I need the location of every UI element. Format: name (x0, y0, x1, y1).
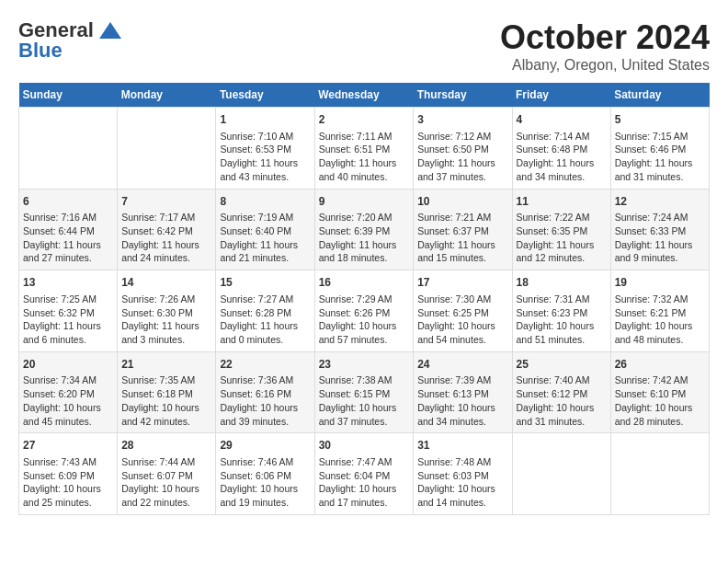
calendar-table: SundayMondayTuesdayWednesdayThursdayFrid… (18, 83, 710, 515)
day-info: Sunrise: 7:20 AM (319, 211, 410, 224)
calendar-cell: 4Sunrise: 7:14 AMSunset: 6:48 PMDaylight… (512, 108, 610, 190)
day-number: 31 (417, 438, 507, 454)
day-info: Daylight: 11 hours and 34 minutes. (517, 156, 607, 183)
day-info: Sunrise: 7:24 AM (615, 211, 705, 224)
day-info: Daylight: 10 hours and 39 minutes. (220, 401, 310, 428)
calendar-cell: 3Sunrise: 7:12 AMSunset: 6:50 PMDaylight… (414, 108, 512, 190)
day-info: Sunrise: 7:25 AM (23, 293, 113, 306)
day-info: Daylight: 11 hours and 27 minutes. (23, 238, 113, 265)
day-header-tuesday: Tuesday (216, 83, 314, 108)
day-header-sunday: Sunday (19, 83, 118, 108)
day-info: Sunrise: 7:39 AM (417, 373, 507, 387)
svg-marker-0 (99, 22, 121, 39)
calendar-cell: 25Sunrise: 7:40 AMSunset: 6:12 PMDayligh… (512, 351, 610, 433)
day-header-saturday: Saturday (610, 83, 709, 108)
day-info: Sunrise: 7:40 AM (517, 373, 607, 387)
day-info: Daylight: 10 hours and 45 minutes. (23, 401, 113, 428)
day-info: Sunrise: 7:26 AM (121, 293, 211, 306)
calendar-cell: 23Sunrise: 7:38 AMSunset: 6:15 PMDayligh… (314, 351, 414, 433)
day-info: Sunset: 6:48 PM (517, 143, 607, 156)
day-info: Daylight: 10 hours and 42 minutes. (121, 401, 211, 428)
day-number: 7 (121, 194, 211, 210)
day-info: Daylight: 11 hours and 3 minutes. (121, 319, 211, 346)
day-info: Sunset: 6:20 PM (23, 387, 113, 401)
day-info: Sunset: 6:03 PM (417, 469, 507, 483)
day-info: Sunrise: 7:17 AM (121, 211, 211, 224)
day-info: Sunset: 6:39 PM (319, 224, 410, 238)
day-info: Sunrise: 7:30 AM (417, 293, 507, 306)
day-info: Sunset: 6:07 PM (121, 469, 211, 483)
calendar-cell (512, 433, 610, 515)
day-info: Sunset: 6:10 PM (615, 387, 705, 401)
day-number: 16 (319, 275, 410, 291)
calendar-cell: 7Sunrise: 7:17 AMSunset: 6:42 PMDaylight… (118, 189, 216, 270)
day-info: Daylight: 11 hours and 43 minutes. (220, 156, 310, 183)
week-row-3: 13Sunrise: 7:25 AMSunset: 6:32 PMDayligh… (19, 270, 710, 352)
day-info: Sunrise: 7:44 AM (121, 455, 211, 469)
day-info: Daylight: 10 hours and 31 minutes. (517, 401, 607, 428)
day-info: Sunset: 6:44 PM (23, 224, 113, 238)
day-info: Sunrise: 7:32 AM (615, 293, 705, 306)
day-info: Sunset: 6:16 PM (220, 387, 310, 401)
day-info: Daylight: 10 hours and 48 minutes. (615, 319, 705, 346)
calendar-cell (19, 108, 118, 190)
day-info: Daylight: 11 hours and 6 minutes. (23, 319, 113, 346)
day-info: Sunrise: 7:22 AM (517, 211, 607, 224)
day-info: Daylight: 11 hours and 0 minutes. (220, 319, 310, 346)
day-number: 3 (417, 112, 507, 128)
day-info: Daylight: 10 hours and 22 minutes. (121, 482, 211, 509)
day-info: Sunrise: 7:43 AM (23, 455, 113, 469)
day-info: Daylight: 10 hours and 34 minutes. (417, 401, 507, 428)
day-info: Sunrise: 7:27 AM (220, 293, 310, 306)
calendar-cell: 26Sunrise: 7:42 AMSunset: 6:10 PMDayligh… (610, 351, 709, 433)
day-info: Sunset: 6:26 PM (319, 306, 410, 320)
day-info: Sunset: 6:06 PM (220, 469, 310, 483)
calendar-cell: 31Sunrise: 7:48 AMSunset: 6:03 PMDayligh… (414, 433, 512, 515)
day-number: 4 (517, 112, 607, 128)
calendar-cell: 11Sunrise: 7:22 AMSunset: 6:35 PMDayligh… (512, 189, 610, 270)
calendar-cell (610, 433, 709, 515)
day-info: Sunrise: 7:38 AM (319, 373, 410, 387)
day-info: Daylight: 10 hours and 54 minutes. (417, 319, 507, 346)
day-number: 8 (220, 194, 310, 210)
calendar-cell: 18Sunrise: 7:31 AMSunset: 6:23 PMDayligh… (512, 270, 610, 352)
day-info: Sunset: 6:25 PM (417, 306, 507, 320)
calendar-cell: 1Sunrise: 7:10 AMSunset: 6:53 PMDaylight… (216, 108, 314, 190)
calendar-cell: 14Sunrise: 7:26 AMSunset: 6:30 PMDayligh… (118, 270, 216, 352)
day-number: 2 (319, 112, 410, 128)
calendar-cell: 6Sunrise: 7:16 AMSunset: 6:44 PMDaylight… (19, 189, 118, 270)
day-number: 29 (220, 438, 310, 454)
week-row-2: 6Sunrise: 7:16 AMSunset: 6:44 PMDaylight… (19, 189, 710, 270)
day-number: 6 (23, 194, 113, 210)
day-info: Sunset: 6:13 PM (417, 387, 507, 401)
day-number: 10 (417, 194, 507, 210)
day-info: Daylight: 10 hours and 25 minutes. (23, 482, 113, 509)
calendar-cell: 29Sunrise: 7:46 AMSunset: 6:06 PMDayligh… (216, 433, 314, 515)
calendar-cell: 13Sunrise: 7:25 AMSunset: 6:32 PMDayligh… (19, 270, 118, 352)
logo-blue-text: Blue (18, 39, 63, 63)
week-row-5: 27Sunrise: 7:43 AMSunset: 6:09 PMDayligh… (19, 433, 710, 515)
day-info: Daylight: 10 hours and 51 minutes. (517, 319, 607, 346)
day-number: 23 (319, 357, 410, 373)
calendar-cell: 5Sunrise: 7:15 AMSunset: 6:46 PMDaylight… (610, 108, 709, 190)
day-number: 22 (220, 357, 310, 373)
day-info: Sunrise: 7:36 AM (220, 373, 310, 387)
day-info: Sunset: 6:23 PM (517, 306, 607, 320)
day-info: Daylight: 11 hours and 12 minutes. (517, 238, 607, 265)
day-info: Sunrise: 7:34 AM (23, 373, 113, 387)
day-number: 17 (417, 275, 507, 291)
day-info: Daylight: 11 hours and 40 minutes. (319, 156, 410, 183)
day-info: Sunset: 6:33 PM (615, 224, 705, 238)
calendar-title: October 2024 (500, 18, 710, 57)
calendar-cell: 30Sunrise: 7:47 AMSunset: 6:04 PMDayligh… (314, 433, 414, 515)
day-number: 1 (220, 112, 310, 128)
calendar-subtitle: Albany, Oregon, United States (500, 57, 710, 74)
page-header: General Blue October 2024 Albany, Oregon… (18, 18, 710, 74)
day-info: Sunset: 6:46 PM (615, 143, 705, 156)
calendar-cell: 28Sunrise: 7:44 AMSunset: 6:07 PMDayligh… (118, 433, 216, 515)
day-info: Sunrise: 7:19 AM (220, 211, 310, 224)
day-info: Daylight: 10 hours and 37 minutes. (319, 401, 410, 428)
calendar-cell: 8Sunrise: 7:19 AMSunset: 6:40 PMDaylight… (216, 189, 314, 270)
day-info: Daylight: 11 hours and 31 minutes. (615, 156, 705, 183)
week-row-4: 20Sunrise: 7:34 AMSunset: 6:20 PMDayligh… (19, 351, 710, 433)
